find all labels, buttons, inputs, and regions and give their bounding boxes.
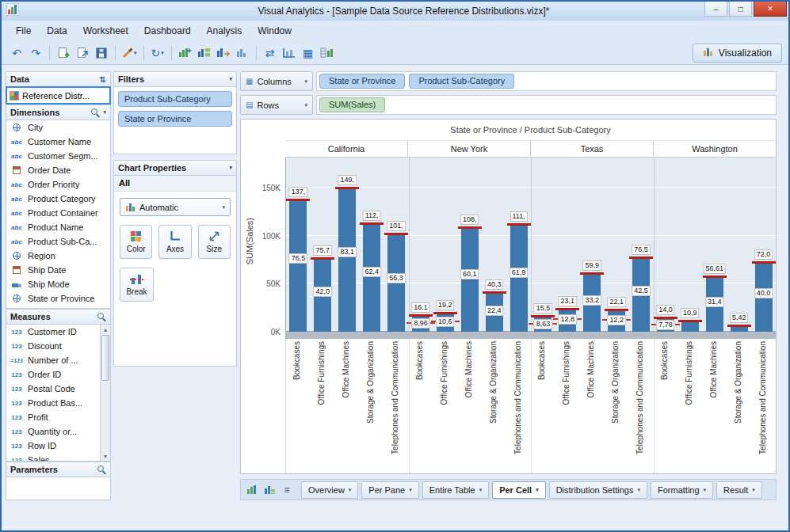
filters-menu-icon[interactable]: ▾: [229, 76, 232, 82]
close-button[interactable]: ×: [754, 2, 787, 17]
reference-line: [654, 317, 677, 319]
measure-item[interactable]: 123Sales: [6, 453, 110, 462]
columns-pill[interactable]: Product Sub-Category: [409, 74, 514, 89]
new-worksheet-tab-icon[interactable]: [245, 483, 259, 497]
dimensions-search-icon[interactable]: [91, 108, 100, 117]
menu-file[interactable]: File: [8, 22, 39, 40]
tab-caret-icon[interactable]: ▾: [536, 487, 539, 493]
scroll-thumb[interactable]: [101, 335, 109, 381]
columns-pill[interactable]: State or Province: [319, 74, 405, 89]
dimension-item[interactable]: Region: [6, 249, 110, 263]
tab-caret-icon[interactable]: ▾: [479, 487, 483, 493]
refresh-icon[interactable]: ↻▾: [149, 44, 166, 62]
new-worksheet-icon[interactable]: [55, 44, 72, 62]
dimensions-menu-icon[interactable]: ▾: [103, 109, 106, 116]
tab-per-pane[interactable]: Per Pane▾: [361, 481, 418, 499]
dimension-item[interactable]: abcOrder Priority: [6, 177, 110, 192]
size-button[interactable]: Size: [198, 225, 231, 259]
axes-button[interactable]: Axes: [158, 225, 191, 259]
tab-entire-table[interactable]: Entire Table▾: [422, 481, 489, 499]
chart-small-icon[interactable]: [234, 44, 251, 62]
maximize-button[interactable]: □: [729, 2, 752, 17]
columns-shelf-button[interactable]: ▦ Columns ▾: [240, 71, 313, 91]
dimension-item[interactable]: abcProduct Name: [6, 220, 110, 234]
tab-distribution-settings[interactable]: Distribution Settings▾: [549, 481, 647, 499]
filter-pill[interactable]: Product Sub-Category: [118, 91, 232, 107]
rows-pill[interactable]: SUM(Sales): [319, 97, 385, 112]
tab-result[interactable]: Result▾: [716, 481, 762, 499]
chart-table-icon[interactable]: [319, 44, 336, 62]
menu-analysis[interactable]: Analysis: [199, 22, 250, 40]
dimension-item[interactable]: State or Province: [6, 291, 110, 306]
measure-item[interactable]: 123Quantity or...: [6, 424, 110, 439]
chart-grid-icon[interactable]: [196, 44, 213, 62]
bar[interactable]: [461, 228, 479, 332]
add-chart-icon[interactable]: [177, 44, 194, 62]
data-source-item[interactable]: Reference Distr...: [6, 86, 111, 104]
bar[interactable]: [681, 321, 699, 332]
measure-item[interactable]: 123Discount: [6, 339, 110, 353]
measures-scrollbar[interactable]: ▲ ▼: [100, 325, 110, 461]
menu-data[interactable]: Data: [39, 22, 74, 40]
rows-shelf-button[interactable]: ▤ Rows ▾: [240, 95, 313, 115]
dimension-item[interactable]: Ship Date: [6, 263, 110, 277]
redo-icon[interactable]: ↷: [27, 44, 44, 62]
measure-item[interactable]: 123Customer ID: [6, 325, 110, 339]
layout-grid-icon[interactable]: ▦: [300, 44, 317, 62]
save-icon[interactable]: [93, 44, 110, 62]
undo-icon[interactable]: ↶: [8, 44, 25, 62]
dimension-item[interactable]: abcCustomer Name: [6, 135, 110, 149]
dimension-item[interactable]: abcProduct Category: [6, 192, 110, 206]
scroll-up-icon[interactable]: ▲: [101, 325, 110, 334]
menu-worksheet[interactable]: Worksheet: [75, 22, 136, 40]
chart-move-icon[interactable]: [215, 44, 232, 62]
bar[interactable]: [387, 234, 405, 332]
measure-item[interactable]: 123Order ID: [6, 367, 110, 382]
dimension-item[interactable]: abcProduct Container: [6, 206, 110, 220]
axis-chart-icon[interactable]: [281, 44, 298, 62]
tab-caret-icon[interactable]: ▾: [752, 487, 755, 493]
measure-item[interactable]: 123Product Bas...: [6, 396, 110, 410]
tab-overview[interactable]: Overview▾: [301, 481, 358, 499]
measures-search-icon[interactable]: [97, 313, 106, 321]
measure-item[interactable]: 123Postal Code: [6, 382, 110, 396]
menu-dashboard[interactable]: Dashboard: [136, 22, 199, 40]
tab-caret-icon[interactable]: ▾: [349, 487, 352, 493]
tab-caret-icon[interactable]: ▾: [704, 487, 707, 493]
visualization-button[interactable]: Visualization: [693, 44, 782, 63]
design-icon-caret[interactable]: ▾: [134, 50, 137, 56]
color-button[interactable]: Color: [120, 225, 152, 259]
mark-type-select[interactable]: Automatic ▾: [120, 198, 231, 216]
bar[interactable]: [363, 224, 380, 332]
menu-window[interactable]: Window: [250, 22, 300, 40]
scroll-down-icon[interactable]: ▼: [101, 451, 110, 461]
bar[interactable]: [289, 200, 307, 332]
tab-caret-icon[interactable]: ▾: [637, 487, 640, 493]
minimize-button[interactable]: –: [704, 2, 727, 17]
bar[interactable]: [338, 188, 356, 332]
measure-item[interactable]: 123Row ID: [6, 439, 110, 453]
break-button[interactable]: Break: [120, 268, 154, 302]
bar[interactable]: [510, 225, 528, 332]
tab-formatting[interactable]: Formatting▾: [651, 481, 713, 499]
dimension-item[interactable]: abcCustomer Segm...: [6, 149, 110, 163]
dimension-item[interactable]: abcProduct Sub-Ca...: [6, 234, 110, 249]
chart-properties-menu-icon[interactable]: ▾: [229, 165, 232, 171]
filter-pill[interactable]: State or Province: [118, 111, 232, 127]
design-icon[interactable]: ▾: [120, 44, 139, 62]
measure-item[interactable]: =123Number of ...: [6, 353, 110, 367]
worksheet-list-icon[interactable]: ≡: [280, 483, 294, 497]
tab-caret-icon[interactable]: ▾: [409, 487, 412, 493]
measure-item[interactable]: 123Profit: [6, 410, 110, 424]
duplicate-worksheet-tab-icon[interactable]: [262, 483, 277, 497]
dimension-item[interactable]: City: [6, 120, 110, 135]
export-worksheet-icon[interactable]: [74, 44, 91, 62]
swap-axes-icon[interactable]: ⇄: [261, 44, 279, 62]
tab-per-cell[interactable]: Per Cell▾: [492, 481, 545, 499]
refresh-icon-caret[interactable]: ▾: [161, 50, 164, 56]
dimension-item[interactable]: Ship Mode: [6, 277, 110, 291]
dimension-item[interactable]: Order Date: [6, 163, 110, 177]
parameters-search-icon[interactable]: [97, 466, 106, 474]
sort-data-sources-icon[interactable]: ⇅: [100, 75, 106, 84]
reference-value-label: 33,2: [582, 295, 601, 306]
